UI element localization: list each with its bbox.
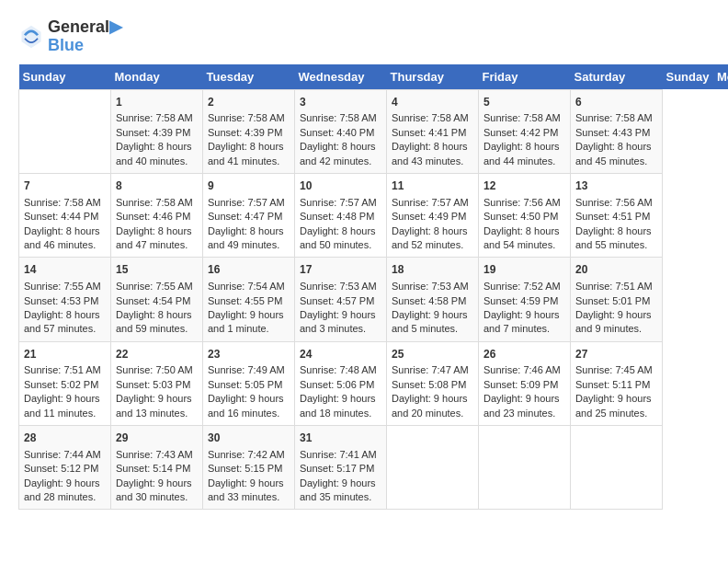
calendar-header-row: SundayMondayTuesdayWednesdayThursdayFrid… xyxy=(19,64,729,90)
calendar-cell: 29Sunrise: 7:43 AMSunset: 5:14 PMDayligh… xyxy=(111,426,203,510)
calendar-cell: 8Sunrise: 7:58 AMSunset: 4:46 PMDaylight… xyxy=(111,173,203,257)
daylight-text: Daylight: 8 hours and 44 minutes. xyxy=(483,141,560,166)
calendar-cell: 9Sunrise: 7:57 AMSunset: 4:47 PMDaylight… xyxy=(203,173,295,257)
sunset-text: Sunset: 4:42 PM xyxy=(483,127,558,138)
day-number: 2 xyxy=(208,95,290,110)
calendar-table: SundayMondayTuesdayWednesdayThursdayFrid… xyxy=(18,64,728,511)
daylight-text: Daylight: 8 hours and 50 minutes. xyxy=(300,225,376,250)
daylight-text: Daylight: 9 hours and 35 minutes. xyxy=(300,477,376,502)
sunset-text: Sunset: 4:58 PM xyxy=(392,295,466,306)
daylight-text: Daylight: 8 hours and 54 minutes. xyxy=(483,225,560,250)
daylight-text: Daylight: 9 hours and 18 minutes. xyxy=(300,393,376,418)
weekday-header: Thursday xyxy=(387,64,479,90)
day-number: 25 xyxy=(392,347,473,362)
sunset-text: Sunset: 4:44 PM xyxy=(24,211,98,222)
sunrise-text: Sunrise: 7:51 AM xyxy=(24,364,101,375)
daylight-text: Daylight: 9 hours and 25 minutes. xyxy=(575,393,652,418)
day-number: 24 xyxy=(300,347,381,362)
sunrise-text: Sunrise: 7:41 AM xyxy=(300,449,377,460)
sunrise-text: Sunrise: 7:50 AM xyxy=(116,364,193,375)
logo-icon xyxy=(18,24,44,50)
calendar-cell: 25Sunrise: 7:47 AMSunset: 5:08 PMDayligh… xyxy=(387,341,479,425)
sunrise-text: Sunrise: 7:42 AM xyxy=(208,449,285,460)
weekday-header-monday: Monday xyxy=(713,64,728,90)
sunrise-text: Sunrise: 7:58 AM xyxy=(575,112,653,123)
day-number: 6 xyxy=(575,95,657,110)
daylight-text: Daylight: 9 hours and 30 minutes. xyxy=(116,477,192,502)
daylight-text: Daylight: 9 hours and 7 minutes. xyxy=(483,309,560,334)
daylight-text: Daylight: 9 hours and 16 minutes. xyxy=(208,393,284,418)
sunset-text: Sunset: 5:06 PM xyxy=(300,379,374,390)
day-number: 8 xyxy=(116,178,198,194)
sunrise-text: Sunrise: 7:51 AM xyxy=(575,281,653,292)
day-number: 17 xyxy=(300,262,381,278)
day-number: 22 xyxy=(116,347,198,362)
daylight-text: Daylight: 8 hours and 43 minutes. xyxy=(392,141,468,166)
calendar-cell xyxy=(571,426,663,510)
calendar-cell xyxy=(19,89,111,173)
sunrise-text: Sunrise: 7:56 AM xyxy=(483,197,561,208)
sunrise-text: Sunrise: 7:57 AM xyxy=(392,197,469,208)
sunrise-text: Sunrise: 7:58 AM xyxy=(392,112,469,123)
calendar-cell: 30Sunrise: 7:42 AMSunset: 5:15 PMDayligh… xyxy=(203,426,295,510)
calendar-cell: 13Sunrise: 7:56 AMSunset: 4:51 PMDayligh… xyxy=(571,173,663,257)
calendar-cell: 4Sunrise: 7:58 AMSunset: 4:41 PMDaylight… xyxy=(387,89,479,173)
sunset-text: Sunset: 4:57 PM xyxy=(300,295,374,306)
calendar-cell: 21Sunrise: 7:51 AMSunset: 5:02 PMDayligh… xyxy=(19,341,111,425)
sunrise-text: Sunrise: 7:58 AM xyxy=(208,112,285,123)
daylight-text: Daylight: 9 hours and 20 minutes. xyxy=(392,393,468,418)
logo: General▶ Blue xyxy=(18,18,122,55)
daylight-text: Daylight: 9 hours and 3 minutes. xyxy=(300,309,376,334)
sunrise-text: Sunrise: 7:55 AM xyxy=(24,281,101,292)
sunset-text: Sunset: 4:41 PM xyxy=(392,127,466,138)
calendar-week-row: 28Sunrise: 7:44 AMSunset: 5:12 PMDayligh… xyxy=(19,426,729,510)
sunset-text: Sunset: 5:01 PM xyxy=(575,295,650,306)
daylight-text: Daylight: 8 hours and 59 minutes. xyxy=(116,309,192,334)
weekday-header: Saturday xyxy=(571,64,663,90)
day-number: 3 xyxy=(300,95,381,110)
calendar-cell: 12Sunrise: 7:56 AMSunset: 4:50 PMDayligh… xyxy=(479,173,571,257)
sunset-text: Sunset: 5:05 PM xyxy=(208,379,282,390)
sunset-text: Sunset: 4:39 PM xyxy=(208,127,282,138)
sunrise-text: Sunrise: 7:57 AM xyxy=(208,197,285,208)
sunset-text: Sunset: 5:14 PM xyxy=(116,463,190,474)
sunrise-text: Sunrise: 7:44 AM xyxy=(24,449,101,460)
sunset-text: Sunset: 4:59 PM xyxy=(483,295,558,306)
sunrise-text: Sunrise: 7:58 AM xyxy=(116,197,193,208)
sunrise-text: Sunrise: 7:53 AM xyxy=(300,281,377,292)
day-number: 7 xyxy=(24,178,106,194)
daylight-text: Daylight: 8 hours and 40 minutes. xyxy=(116,141,192,166)
daylight-text: Daylight: 9 hours and 9 minutes. xyxy=(575,309,652,334)
calendar-cell xyxy=(479,426,571,510)
day-number: 19 xyxy=(483,262,565,278)
daylight-text: Daylight: 8 hours and 42 minutes. xyxy=(300,141,376,166)
daylight-text: Daylight: 8 hours and 57 minutes. xyxy=(24,309,100,334)
sunrise-text: Sunrise: 7:56 AM xyxy=(575,197,653,208)
calendar-cell: 22Sunrise: 7:50 AMSunset: 5:03 PMDayligh… xyxy=(111,341,203,425)
page-header: General▶ Blue xyxy=(18,18,710,55)
calendar-cell: 1Sunrise: 7:58 AMSunset: 4:39 PMDaylight… xyxy=(111,89,203,173)
day-number: 26 xyxy=(483,347,565,362)
daylight-text: Daylight: 9 hours and 13 minutes. xyxy=(116,393,192,418)
svg-marker-0 xyxy=(22,26,41,49)
weekday-header: Friday xyxy=(479,64,571,90)
logo-text: General▶ Blue xyxy=(48,18,122,55)
calendar-cell: 5Sunrise: 7:58 AMSunset: 4:42 PMDaylight… xyxy=(479,89,571,173)
daylight-text: Daylight: 9 hours and 33 minutes. xyxy=(208,477,284,502)
day-number: 31 xyxy=(300,431,381,446)
calendar-cell: 2Sunrise: 7:58 AMSunset: 4:39 PMDaylight… xyxy=(203,89,295,173)
daylight-text: Daylight: 8 hours and 47 minutes. xyxy=(116,225,192,250)
sunset-text: Sunset: 4:48 PM xyxy=(300,211,374,222)
weekday-header: Sunday xyxy=(19,64,111,90)
day-number: 14 xyxy=(24,262,106,278)
sunset-text: Sunset: 4:53 PM xyxy=(24,295,98,306)
sunrise-text: Sunrise: 7:58 AM xyxy=(300,112,377,123)
sunset-text: Sunset: 4:40 PM xyxy=(300,127,374,138)
weekday-header: Tuesday xyxy=(203,64,295,90)
calendar-cell: 28Sunrise: 7:44 AMSunset: 5:12 PMDayligh… xyxy=(19,426,111,510)
daylight-text: Daylight: 8 hours and 52 minutes. xyxy=(392,225,468,250)
day-number: 30 xyxy=(208,431,290,446)
calendar-cell: 26Sunrise: 7:46 AMSunset: 5:09 PMDayligh… xyxy=(479,341,571,425)
day-number: 27 xyxy=(575,347,657,362)
day-number: 9 xyxy=(208,178,290,194)
